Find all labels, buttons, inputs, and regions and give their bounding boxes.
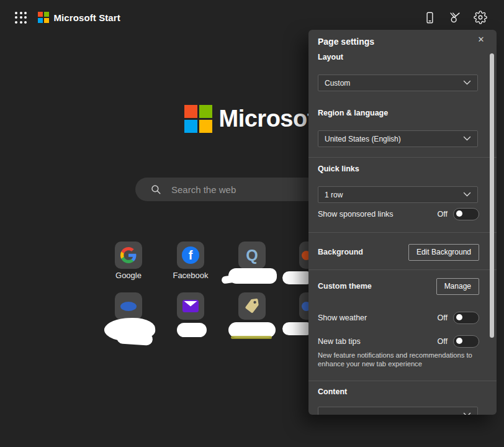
show-weather-row: Show weather Off: [318, 312, 479, 323]
custom-theme-row: Custom theme Manage: [318, 278, 479, 295]
quick-links-label: Quick links: [318, 165, 359, 173]
blue-blob-logo-icon: [120, 302, 137, 311]
sponsored-links-toggle[interactable]: [453, 208, 479, 220]
quick-links-dropdown-value: 1 row: [325, 191, 343, 199]
new-tab-tips-toggle[interactable]: [453, 335, 479, 348]
divider: [308, 381, 497, 381]
show-weather-label: Show weather: [318, 314, 367, 322]
layout-dropdown-value: Custom: [325, 79, 350, 88]
search-icon: [150, 184, 161, 195]
brand-home-link[interactable]: Microsoft Start: [38, 12, 120, 23]
region-label: Region & language: [318, 109, 388, 117]
quick-link-redacted-1[interactable]: Q: [238, 242, 266, 269]
panel-title: Page settings: [318, 37, 374, 47]
layout-dropdown[interactable]: Custom: [318, 74, 478, 91]
quick-link-google[interactable]: [115, 242, 142, 269]
divider: [308, 157, 497, 158]
sponsored-links-row: Show sponsored links Off: [318, 209, 479, 220]
search-input[interactable]: [170, 184, 315, 196]
microsoft-logo-icon: [38, 12, 49, 23]
content-label: Content: [318, 387, 347, 396]
new-tab-tips-label: New tab tips: [318, 337, 361, 346]
redaction-blob: [177, 323, 207, 337]
app-launcher-icon[interactable]: [15, 12, 27, 24]
show-weather-state: Off: [438, 314, 448, 322]
google-g-icon: [120, 247, 137, 263]
sponsored-links-label: Show sponsored links: [318, 210, 394, 219]
quick-link-redacted-4[interactable]: [177, 292, 204, 320]
microsoft-start-page: Microsoft Start: [0, 0, 504, 447]
redaction-blob: [116, 331, 153, 346]
page-settings-panel: Page settings ✕ Layout Custom Region & l…: [308, 30, 497, 415]
top-bar-actions: [422, 10, 488, 25]
quick-link-redacted-3[interactable]: [115, 292, 142, 320]
layout-label: Layout: [318, 53, 343, 61]
quick-link-redacted-5[interactable]: [238, 292, 266, 320]
app-title: Microsoft Start: [54, 12, 120, 23]
manage-theme-button[interactable]: Manage: [436, 278, 479, 295]
toggle-knob: [456, 314, 462, 320]
quick-links-dropdown[interactable]: 1 row: [318, 186, 478, 203]
region-dropdown[interactable]: United States (English): [318, 130, 478, 147]
show-weather-toggle[interactable]: [453, 312, 479, 324]
quick-link-label-facebook: Facebook: [161, 271, 220, 280]
region-dropdown-value: United States (English): [325, 135, 401, 143]
divider: [308, 269, 497, 270]
quick-link-facebook[interactable]: f: [177, 242, 204, 269]
chevron-down-icon: [463, 192, 471, 197]
hero-logo-text: Microsoft: [219, 106, 323, 132]
mobile-phone-icon[interactable]: [422, 10, 437, 25]
new-tab-tips-description: New feature notifications and recommenda…: [318, 351, 478, 368]
chevron-down-icon: [463, 80, 471, 86]
close-icon[interactable]: ✕: [475, 34, 487, 45]
edit-background-button[interactable]: Edit Background: [408, 244, 479, 261]
microsoft-logo-icon: [184, 105, 212, 133]
price-tag-icon: [243, 297, 261, 315]
background-label: Background: [318, 248, 363, 256]
redaction-streak-yellow: [231, 336, 272, 339]
new-tab-tips-state: Off: [438, 337, 448, 346]
rewards-medal-icon[interactable]: [448, 10, 462, 25]
custom-theme-label: Custom theme: [318, 282, 372, 291]
new-tab-tips-row: New tab tips Off: [318, 336, 479, 347]
quick-link-label-google: Google: [99, 271, 158, 280]
sponsored-links-state: Off: [438, 210, 448, 219]
toggle-knob: [456, 338, 462, 344]
hero-microsoft-logo: Microsoft: [184, 105, 322, 133]
page-settings-gear-icon[interactable]: [473, 10, 488, 25]
chevron-down-icon: [463, 412, 471, 415]
mail-envelope-icon: [182, 300, 199, 312]
content-dropdown[interactable]: [318, 407, 478, 415]
facebook-f-icon: f: [182, 246, 199, 264]
panel-scrollbar[interactable]: [490, 53, 494, 338]
divider: [308, 232, 497, 233]
background-row: Background Edit Background: [318, 243, 479, 261]
q-logo-icon: Q: [246, 246, 258, 264]
chevron-down-icon: [463, 136, 471, 142]
toggle-knob: [456, 210, 462, 217]
